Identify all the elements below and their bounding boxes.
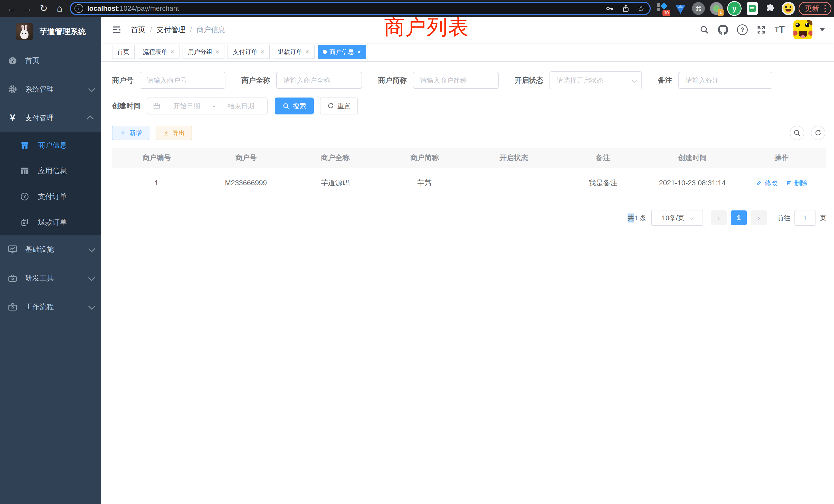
avatar-caret-icon[interactable]: [820, 28, 825, 31]
end-date-placeholder[interactable]: 结束日期: [220, 101, 262, 111]
browser-menu-icon[interactable]: [825, 5, 826, 12]
font-size-icon[interactable]: TT: [775, 24, 785, 36]
extensions-puzzle-icon[interactable]: [763, 1, 777, 16]
extension-notes-icon[interactable]: [745, 1, 760, 16]
bookmark-star-icon[interactable]: ☆: [637, 4, 645, 13]
close-icon[interactable]: ×: [215, 48, 219, 56]
table-refresh-button[interactable]: [811, 126, 825, 140]
grid-table-icon: [19, 166, 30, 176]
user-avatar[interactable]: [793, 20, 812, 39]
tab-pay-order[interactable]: 支付订单×: [227, 45, 269, 59]
monitor-icon: [7, 244, 19, 255]
reload-icon[interactable]: ↻: [37, 2, 50, 15]
next-page-button[interactable]: ›: [751, 210, 767, 225]
delete-link[interactable]: 删除: [786, 179, 808, 188]
tab-merchant-info[interactable]: 商户信息×: [317, 45, 366, 59]
status-select[interactable]: 请选择开启状态: [549, 71, 642, 89]
goto-page-input[interactable]: [794, 210, 815, 226]
short-name-input[interactable]: [413, 72, 499, 89]
page-number-active[interactable]: 1: [731, 210, 747, 225]
pagination: 共 1 条 10条/页 ‹ 1 › 前往 页: [112, 210, 826, 226]
sidebar-item-refund-order[interactable]: 退款订单: [0, 209, 101, 235]
col-header: 商户编号: [112, 153, 201, 163]
col-header: 商户全称: [291, 153, 380, 163]
chevron-down-icon: [88, 303, 95, 310]
browser-update-button[interactable]: 更新: [798, 2, 831, 15]
sidebar-collapse-icon[interactable]: [111, 25, 122, 35]
sidebar-submenu-pay: 商户信息 应用信息: [0, 132, 101, 235]
sidebar-item-devtools[interactable]: 研发工具: [0, 264, 101, 293]
extension-y-icon[interactable]: y: [727, 1, 742, 16]
gear-icon: [7, 84, 19, 94]
close-icon[interactable]: ×: [306, 48, 309, 56]
close-icon[interactable]: ×: [260, 48, 264, 56]
extension-devtools-icon[interactable]: 10: [655, 1, 670, 16]
start-date-placeholder[interactable]: 开始日期: [166, 101, 208, 111]
brand-logo-rabbit: [16, 23, 33, 40]
home-icon[interactable]: ⌂: [53, 2, 66, 15]
edit-link[interactable]: 修改: [756, 179, 778, 188]
full-name-input[interactable]: [276, 72, 362, 89]
chevron-down-icon: [88, 85, 95, 92]
cell-merchant-id: 1: [112, 179, 201, 187]
github-icon[interactable]: [718, 25, 728, 35]
close-icon[interactable]: ×: [357, 48, 361, 56]
header-search-icon[interactable]: [699, 25, 709, 35]
sidebar-item-pay[interactable]: ¥ 支付管理: [0, 104, 101, 132]
reset-button[interactable]: 重置: [320, 97, 358, 114]
tab-process-form[interactable]: 流程表单×: [138, 45, 179, 59]
site-info-icon[interactable]: i: [74, 4, 83, 13]
trash-icon: [786, 180, 792, 186]
brand: 芋道管理系统: [0, 17, 101, 46]
extension-recorder-icon[interactable]: 1: [709, 1, 724, 16]
prev-page-button[interactable]: ‹: [711, 210, 727, 225]
add-button[interactable]: 新增: [112, 126, 150, 140]
search-button[interactable]: 搜索: [275, 97, 314, 114]
address-bar[interactable]: i localhost:1024/pay/merchant ☆: [70, 2, 651, 15]
back-icon[interactable]: ←: [5, 2, 19, 15]
page-size-select[interactable]: 10条/页: [651, 210, 703, 226]
breadcrumb-section[interactable]: 支付管理: [157, 25, 185, 35]
full-name-label: 商户全称: [241, 75, 270, 85]
tab-home[interactable]: 首页: [112, 45, 135, 59]
url-text[interactable]: localhost:1024/pay/merchant: [87, 5, 179, 13]
create-time-label: 创建时间: [112, 101, 141, 111]
forward-icon[interactable]: →: [21, 2, 35, 15]
breadcrumb-home[interactable]: 首页: [131, 25, 145, 35]
chevron-down-icon: [88, 274, 95, 281]
chevron-up-icon: [87, 115, 94, 122]
profile-emoji-icon[interactable]: [781, 1, 795, 16]
sidebar-item-system[interactable]: 系统管理: [0, 75, 101, 104]
tab-refund-order[interactable]: 退款订单×: [273, 45, 314, 59]
help-icon[interactable]: ?: [737, 24, 748, 35]
extension-gem-icon[interactable]: [673, 1, 688, 16]
tab-user-group[interactable]: 用户分组×: [182, 45, 224, 59]
share-icon[interactable]: [621, 4, 630, 13]
chevron-down-icon: [632, 77, 637, 83]
table-search-toggle-button[interactable]: [790, 126, 804, 140]
password-key-icon[interactable]: [605, 4, 614, 13]
browser-extensions: 10 ⌘ 1 y: [655, 1, 798, 16]
create-time-range-picker[interactable]: 开始日期 - 结束日期: [147, 97, 267, 114]
sidebar-item-merchant-info[interactable]: 商户信息: [0, 132, 101, 158]
filter-row-2: 创建时间 开始日期 - 结束日期: [112, 97, 826, 114]
fullscreen-icon[interactable]: [756, 25, 766, 35]
merchant-no-label: 商户号: [112, 75, 133, 85]
browser-nav-buttons: ← → ↻ ⌂: [0, 2, 66, 15]
cell-merchant-no: M233666999: [201, 179, 291, 187]
dashboard-icon: [7, 55, 19, 66]
filter-row-1: 商户号 商户全称 商户简称 开启状态 请选择开启状态: [112, 71, 826, 89]
sidebar-item-workflow[interactable]: 工作流程: [0, 293, 101, 321]
sidebar-item-home[interactable]: 首页: [0, 46, 101, 75]
close-icon[interactable]: ×: [171, 48, 174, 56]
main-area: 首页 / 支付管理 / 商户信息 ?: [101, 17, 834, 504]
remark-input[interactable]: [678, 72, 772, 89]
export-button[interactable]: 导出: [156, 126, 192, 140]
sidebar-item-app-info[interactable]: 应用信息: [0, 158, 101, 184]
sidebar-item-infrastructure[interactable]: 基础设施: [0, 235, 101, 264]
sidebar-item-pay-order[interactable]: ¥ 支付订单: [0, 184, 101, 209]
download-icon: [163, 130, 170, 136]
extension-badge: 10: [662, 10, 670, 16]
extension-command-icon[interactable]: ⌘: [691, 1, 706, 16]
merchant-no-input[interactable]: [140, 72, 225, 89]
